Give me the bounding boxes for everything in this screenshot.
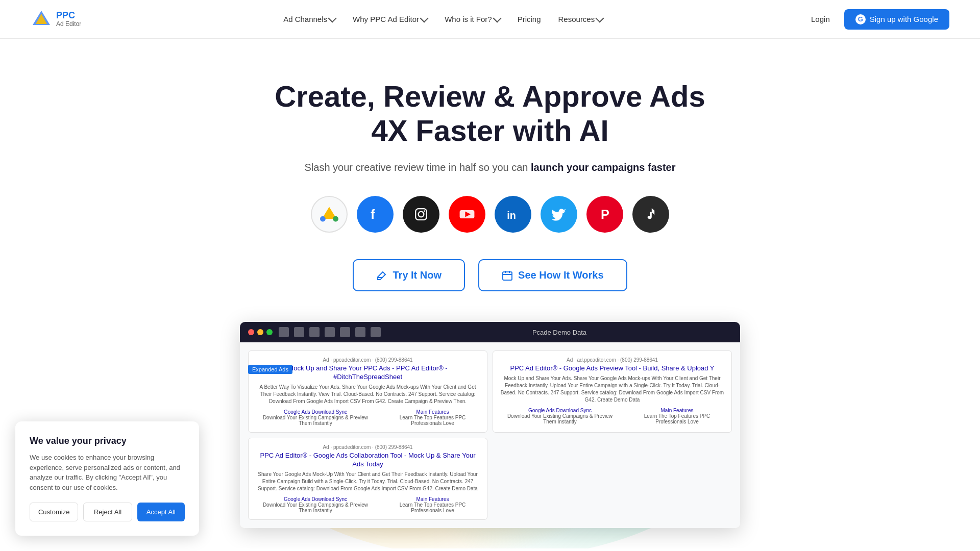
ad-title-2: PPC Ad Editor® - Google Ads Preview Tool…	[500, 364, 724, 373]
ad-url-1: Ad · ppcadeditor.com · (800) 299-88641	[256, 357, 480, 363]
calendar-icon	[502, 270, 513, 281]
cookie-reject-button[interactable]: Reject All	[83, 503, 132, 521]
tiktok-icon[interactable]	[632, 196, 669, 233]
try-it-now-button[interactable]: Try It Now	[353, 259, 465, 291]
svg-rect-14	[503, 272, 512, 280]
chevron-down-icon	[596, 14, 604, 23]
ad-link-col-6: Main Features Learn The Top Features PPC…	[385, 496, 480, 513]
close-dot	[248, 329, 254, 335]
cookie-accept-button[interactable]: Accept All	[137, 503, 185, 521]
logo-sub: Ad Editor	[56, 21, 81, 28]
nav-item-who-is-it-for[interactable]: Who is it For?	[437, 11, 507, 28]
svg-text:f: f	[371, 207, 375, 221]
minimize-dot	[257, 329, 263, 335]
svg-text:P: P	[601, 207, 609, 221]
cookie-banner: We value your privacy We use cookies to …	[15, 421, 199, 536]
chevron-down-icon	[493, 14, 501, 23]
ad-links-2: Google Ads Download Sync Download Your E…	[500, 408, 724, 424]
toolbar-icon-1[interactable]	[279, 327, 289, 337]
ad-url-2: Ad · ad.ppcaditor.com · (800) 299-88641	[500, 357, 724, 363]
see-how-it-works-button[interactable]: See How It Works	[478, 259, 627, 291]
ad-links-3: Google Ads Download Sync Download Your E…	[256, 496, 480, 513]
demo-title: Pcade Demo Data	[532, 329, 586, 336]
demo-tag: Expanded Ads	[248, 365, 292, 374]
nav-right: Login G Sign up with Google	[805, 9, 949, 30]
pinterest-icon[interactable]: P	[586, 196, 623, 233]
svg-point-3	[320, 216, 326, 222]
instagram-icon[interactable]	[403, 196, 439, 233]
logo[interactable]: PPC Ad Editor	[31, 9, 81, 30]
maximize-dot	[266, 329, 273, 335]
navbar: PPC Ad Editor Ad Channels Why PPC Ad Edi…	[0, 0, 980, 39]
ad-link-col-3: Google Ads Download Sync Download Your E…	[500, 408, 620, 424]
ad-links-1: Google Ads Download Sync Download Your E…	[256, 409, 480, 426]
ad-card-1: Ad · ppcadeditor.com · (800) 299-88641 M…	[248, 350, 487, 433]
social-icons-row: f in	[311, 196, 669, 233]
ad-card-2: Ad · ad.ppcaditor.com · (800) 299-88641 …	[493, 350, 732, 433]
ad-link-col-2: Main Features Learn The Top Features PPC…	[385, 409, 480, 426]
toolbar-icon-4[interactable]	[325, 327, 335, 337]
nav-links: Ad Channels Why PPC Ad Editor Who is it …	[276, 11, 610, 28]
login-button[interactable]: Login	[805, 11, 836, 28]
cookie-title: We value your privacy	[30, 436, 185, 446]
toolbar-icons	[279, 327, 381, 337]
toolbar-icon-2[interactable]	[294, 327, 304, 337]
svg-text:in: in	[507, 210, 516, 221]
toolbar-icon-6[interactable]	[355, 327, 365, 337]
nav-item-ad-channels[interactable]: Ad Channels	[276, 11, 342, 28]
svg-point-4	[333, 216, 338, 222]
demo-content: Ad · ppcadeditor.com · (800) 299-88641 M…	[240, 342, 740, 528]
ad-link-col-4: Main Features Learn The Top Features PPC…	[630, 408, 724, 424]
linkedin-icon[interactable]: in	[495, 196, 531, 233]
svg-point-8	[424, 211, 425, 212]
cookie-customize-button[interactable]: Customize	[30, 503, 78, 521]
svg-point-7	[419, 212, 424, 217]
chevron-down-icon	[328, 14, 337, 23]
demo-window: Pcade Demo Data Expanded Ads Ad · ppcade…	[240, 322, 740, 528]
google-icon: G	[855, 14, 866, 24]
nav-item-pricing[interactable]: Pricing	[510, 11, 548, 28]
logo-ppc: PPC	[56, 11, 81, 21]
facebook-icon[interactable]: f	[357, 196, 394, 233]
toolbar-icon-7[interactable]	[371, 327, 381, 337]
ad-url-3: Ad · ppcadeditor.com · (800) 299-88641	[256, 444, 480, 450]
hero-subtitle: Slash your creative review time in half …	[305, 162, 676, 173]
demo-area: Pcade Demo Data Expanded Ads Ad · ppcade…	[240, 322, 740, 528]
ad-title-3: PPC Ad Editor® - Google Ads Collaboratio…	[256, 452, 480, 469]
google-ads-icon[interactable]	[311, 196, 348, 233]
nav-item-resources[interactable]: Resources	[551, 11, 610, 28]
cta-buttons: Try It Now See How It Works	[353, 259, 627, 291]
youtube-icon[interactable]	[449, 196, 485, 233]
svg-rect-6	[415, 209, 427, 220]
edit-icon	[376, 270, 387, 281]
cookie-text: We use cookies to enhance your browsing …	[30, 453, 185, 492]
ad-link-col-1: Google Ads Download Sync Download Your E…	[256, 409, 375, 426]
nav-item-why-ppc[interactable]: Why PPC Ad Editor	[346, 11, 434, 28]
demo-titlebar: Pcade Demo Data	[240, 322, 740, 342]
signup-button[interactable]: G Sign up with Google	[844, 9, 949, 30]
cookie-buttons: Customize Reject All Accept All	[30, 503, 185, 521]
hero-title: Create, Review & Approve Ads 4X Faster w…	[271, 80, 709, 147]
toolbar-icon-3[interactable]	[309, 327, 320, 337]
ad-link-col-5: Google Ads Download Sync Download Your E…	[256, 496, 375, 513]
window-controls	[248, 329, 273, 335]
ad-card-3: Ad · ppcadeditor.com · (800) 299-88641 P…	[248, 438, 487, 520]
toolbar-icon-5[interactable]	[340, 327, 350, 337]
ad-desc-2: Mock Up and Share Your Ads. Share Your G…	[500, 375, 724, 404]
chevron-down-icon	[420, 14, 429, 23]
twitter-icon[interactable]	[541, 196, 577, 233]
ad-desc-1: A Better Way To Visualize Your Ads. Shar…	[256, 384, 480, 405]
ad-desc-3: Share Your Google Ads Mock-Up With Your …	[256, 471, 480, 492]
